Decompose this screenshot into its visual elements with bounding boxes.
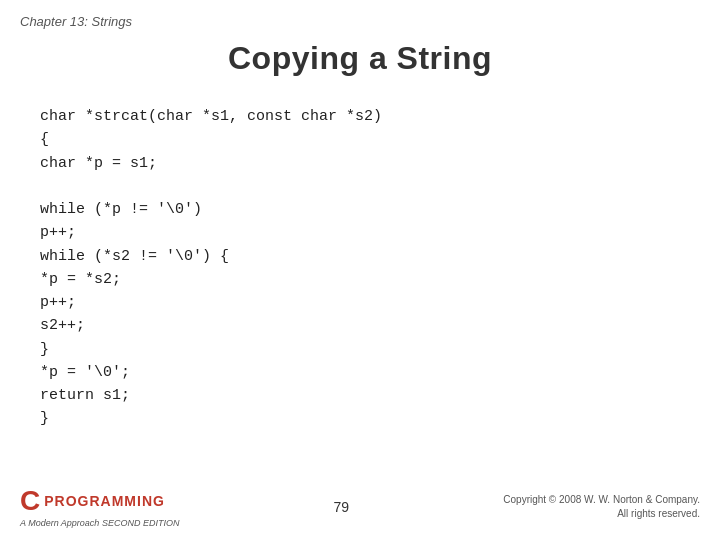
- code-line-11: }: [40, 338, 680, 361]
- code-line-4: [40, 175, 680, 198]
- copyright-line2: All rights reserved.: [503, 507, 700, 521]
- logo-programming: PROGRAMMING: [44, 493, 165, 509]
- code-block: char *strcat(char *s1, const char *s2) {…: [40, 105, 680, 431]
- code-line-5: while (*p != '\0'): [40, 198, 680, 221]
- code-line-8: *p = *s2;: [40, 268, 680, 291]
- footer-copyright: Copyright © 2008 W. W. Norton & Company.…: [503, 493, 700, 521]
- slide-title: Copying a String: [0, 40, 720, 77]
- code-line-9: p++;: [40, 291, 680, 314]
- logo-subtitle: A Modern Approach SECOND EDITION: [20, 518, 179, 528]
- footer: C PROGRAMMING A Modern Approach SECOND E…: [0, 485, 720, 528]
- logo-c-letter: C: [20, 485, 40, 517]
- code-line-13: return s1;: [40, 384, 680, 407]
- copyright-line1: Copyright © 2008 W. W. Norton & Company.: [503, 493, 700, 507]
- code-line-2: {: [40, 128, 680, 151]
- logo-c-row: C PROGRAMMING: [20, 485, 165, 517]
- code-line-12: *p = '\0';: [40, 361, 680, 384]
- code-line-10: s2++;: [40, 314, 680, 337]
- code-line-1: char *strcat(char *s1, const char *s2): [40, 105, 680, 128]
- code-line-6: p++;: [40, 221, 680, 244]
- page-number: 79: [334, 499, 350, 515]
- footer-logo: C PROGRAMMING A Modern Approach SECOND E…: [20, 485, 179, 528]
- chapter-label: Chapter 13: Strings: [20, 14, 132, 29]
- code-line-14: }: [40, 407, 680, 430]
- code-line-7: while (*s2 != '\0') {: [40, 245, 680, 268]
- code-line-3: char *p = s1;: [40, 152, 680, 175]
